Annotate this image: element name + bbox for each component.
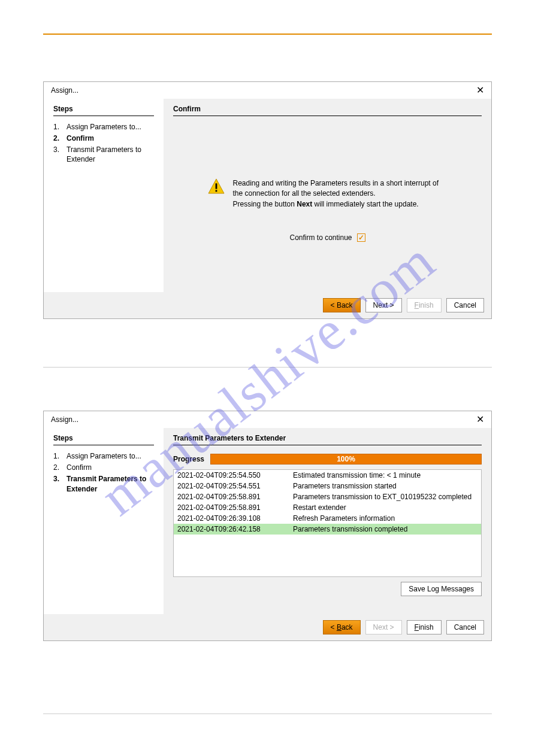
step-label: Transmit Parameters to Extender [67,474,154,494]
next-label: Next > [373,623,394,631]
titlebar: Assign... ✕ [44,411,491,428]
dialog-title: Assign... [51,86,78,95]
back-button[interactable]: < Back [323,298,361,312]
step-3: 3.Transmit Parameters to Extender [53,145,154,165]
next-button[interactable]: Next > [365,298,402,312]
button-bar: < Back Next > Finish Cancel [44,292,491,318]
confirm-row: Confirm to continue ✓ [289,233,365,242]
warn-line-1: Reading and writing the Parameters resul… [233,179,439,198]
step-num: 1. [53,122,62,132]
progress-value: 100% [337,455,355,463]
steps-header: Steps [53,105,154,116]
titlebar: Assign... ✕ [44,82,491,99]
log-msg: Restart extender [293,503,346,512]
button-bar: < Back Next > Finish Cancel [44,614,491,640]
log-ts: 2021-02-04T09:26:39.108 [177,514,276,523]
content-header: Confirm [173,105,482,116]
progress-row: Progress 100% [173,454,482,464]
log-ts: 2021-02-04T09:26:42.158 [177,525,276,533]
step-label: Assign Parameters to... [67,451,141,462]
warn-line-2a: Pressing the button [233,200,297,208]
step-num: 3. [53,145,62,165]
next-label: Next > [373,301,394,309]
log-msg: Refresh Parameters information [293,514,395,523]
log-msg: Parameters transmission to EXT_010195232… [293,493,471,501]
cancel-button[interactable]: Cancel [446,620,484,634]
save-log-label: Save Log Messages [409,585,474,593]
step-label: Confirm [67,463,92,473]
svg-rect-1 [215,183,217,189]
step-2: 2.Confirm [53,463,154,473]
step-3: 3.Transmit Parameters to Extender [53,474,154,494]
step-2: 2.Confirm [53,133,154,144]
content-header: Transmit Parameters to Extender [173,434,482,445]
log-msg: Parameters transmission completed [293,525,407,533]
separator [43,367,492,368]
progress-label: Progress [173,455,204,463]
log-row-highlighted: 2021-02-04T09:26:42.158Parameters transm… [174,524,481,535]
back-label: < Back [331,623,353,631]
warn-next-bold: Next [297,200,312,208]
cancel-button[interactable]: Cancel [446,298,484,312]
log-row: 2021-02-04T09:26:39.108Refresh Parameter… [174,513,481,524]
warn-line-2c: will immediately start the update. [312,200,418,208]
finish-button: Finish [407,298,442,312]
log-table: 2021-02-04T09:25:54.550Estimated transmi… [173,469,482,577]
check-icon: ✓ [358,234,364,241]
confirm-checkbox[interactable]: ✓ [357,233,365,242]
cancel-label: Cancel [454,623,476,631]
log-ts: 2021-02-04T09:25:54.551 [177,482,276,490]
steps-pane: Steps 1.Assign Parameters to... 2.Confir… [44,99,164,292]
dialog-title: Assign... [51,415,78,424]
step-1: 1.Assign Parameters to... [53,451,154,462]
progress-bar: 100% [210,454,482,464]
warning-text: Reading and writing the Parameters resul… [233,178,448,210]
finish-label: Finish [415,623,434,631]
back-label: < Back [331,301,353,309]
steps-pane: Steps 1.Assign Parameters to... 2.Confir… [44,428,164,614]
content-pane: Transmit Parameters to Extender Progress… [164,428,491,614]
log-row: 2021-02-04T09:25:58.891Parameters transm… [174,491,481,502]
log-row: 2021-02-04T09:25:54.550Estimated transmi… [174,470,481,481]
step-label: Assign Parameters to... [67,122,141,132]
step-1: 1.Assign Parameters to... [53,122,154,132]
transmit-dialog: Assign... ✕ Steps 1.Assign Parameters to… [43,411,492,641]
content-pane: Confirm Reading and writing the Paramete… [164,99,491,292]
finish-button[interactable]: Finish [407,620,442,634]
next-button: Next > [365,620,402,634]
step-label: Confirm [67,133,94,144]
finish-label: Finish [415,301,434,309]
log-ts: 2021-02-04T09:25:58.891 [177,503,276,512]
confirm-label: Confirm to continue [289,233,352,242]
log-row: 2021-02-04T09:25:54.551Parameters transm… [174,481,481,491]
warning-icon [208,178,225,194]
svg-rect-2 [215,190,217,192]
confirm-dialog: Assign... ✕ Steps 1.Assign Parameters to… [43,81,492,319]
bottom-rule [43,714,492,714]
log-msg: Estimated transmission time: < 1 minute [293,471,421,479]
steps-header: Steps [53,434,154,445]
save-log-button[interactable]: Save Log Messages [401,582,482,596]
step-num: 2. [53,133,62,144]
step-num: 3. [53,474,62,494]
close-icon[interactable]: ✕ [476,415,484,424]
log-row: 2021-02-04T09:25:58.891Restart extender [174,502,481,513]
log-ts: 2021-02-04T09:25:54.550 [177,471,276,479]
back-button[interactable]: < Back [323,620,361,634]
step-num: 2. [53,463,62,473]
step-label: Transmit Parameters to Extender [67,145,154,165]
cancel-label: Cancel [454,301,476,309]
orange-rule [43,34,492,35]
log-ts: 2021-02-04T09:25:58.891 [177,493,276,501]
warning-row: Reading and writing the Parameters resul… [208,178,448,210]
close-icon[interactable]: ✕ [476,86,484,95]
log-msg: Parameters transmission started [293,482,397,490]
step-num: 1. [53,451,62,462]
